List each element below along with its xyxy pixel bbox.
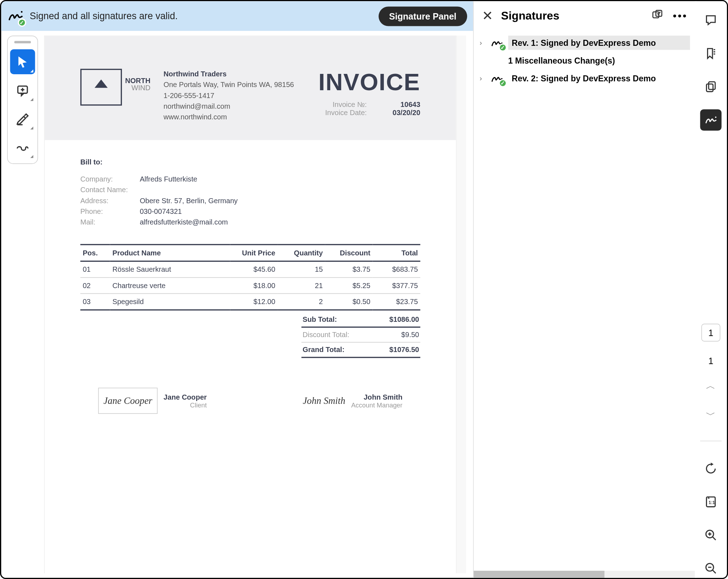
select-tool-button[interactable] — [10, 49, 35, 74]
toolbar-drag-handle[interactable] — [14, 41, 31, 43]
signature-change-item[interactable]: 1 Miscellaneous Change(s) — [506, 52, 691, 69]
bill-to-grid: Company:Alfreds Futterkiste Contact Name… — [80, 175, 420, 226]
page-current-input[interactable]: 1 — [701, 324, 721, 341]
more-icon[interactable]: ••• — [673, 10, 688, 22]
signature-revision-item[interactable]: › Rev. 1: Signed by DevExpress Demo — [478, 33, 691, 53]
tool-toolbar — [7, 36, 38, 164]
line-items-table: Pos. Product Name Unit Price Quantity Di… — [80, 244, 420, 310]
highlight-tool-button[interactable] — [10, 106, 35, 131]
table-row: 01Rössle Sauerkraut $45.6015 $3.75$683.7… — [80, 261, 420, 278]
document-viewport[interactable]: NORTH WIND Northwind Traders One Portals… — [44, 36, 466, 573]
table-row: 03Spegesild $12.002 $0.50$23.75 — [80, 294, 420, 310]
right-rail: 1 1 ︿ ﹀ 1:1 — [695, 1, 727, 579]
signature-panel-button[interactable]: Signature Panel — [378, 6, 467, 26]
document-page: NORTH WIND Northwind Traders One Portals… — [44, 36, 456, 573]
chevron-right-icon[interactable]: › — [480, 74, 486, 82]
signature-valid-icon — [489, 36, 504, 49]
signature-banner: Signed and all signatures are valid. Sig… — [1, 1, 473, 31]
validate-all-icon[interactable] — [652, 9, 663, 23]
signatures-panel-title: Signatures — [501, 10, 643, 23]
comments-icon[interactable] — [700, 10, 722, 31]
totals-block: Sub Total:$1086.00 Discount Total:$9.50 … — [301, 312, 420, 358]
draw-tool-button[interactable] — [10, 135, 35, 160]
svg-point-12 — [715, 117, 717, 118]
svg-point-0 — [21, 11, 23, 13]
company-logo-text: NORTH WIND — [125, 77, 150, 91]
signature-revision-item[interactable]: › Rev. 2: Signed by DevExpress Demo — [478, 69, 691, 88]
note-tool-button[interactable] — [10, 78, 35, 103]
svg-line-16 — [712, 537, 716, 540]
signatures-icon[interactable] — [700, 109, 722, 131]
bill-to-label: Bill to: — [80, 158, 420, 166]
company-logo — [80, 69, 122, 106]
invoice-title: INVOICE — [318, 69, 420, 96]
chevron-right-icon[interactable]: › — [480, 39, 486, 47]
signature-banner-text: Signed and all signatures are valid. — [30, 11, 373, 21]
table-row: 02Chartreuse verte $18.0021 $5.25$377.75 — [80, 278, 420, 294]
actual-size-icon[interactable]: 1:1 — [700, 491, 722, 513]
rotate-icon[interactable] — [700, 458, 722, 479]
company-info: Northwind Traders One Portals Way, Twin … — [164, 69, 294, 122]
close-icon[interactable]: ✕ — [482, 8, 493, 23]
signature-valid-icon — [7, 8, 24, 25]
invoice-meta: Invoice №:10643 Invoice Date:03/20/20 — [318, 101, 420, 117]
client-signature: Jane Cooper Jane Cooper Client — [98, 388, 207, 414]
signature-valid-icon — [489, 72, 504, 85]
page-down-icon[interactable]: ﹀ — [704, 407, 718, 424]
zoom-out-icon[interactable] — [700, 558, 722, 579]
svg-line-20 — [712, 570, 716, 573]
panel-horizontal-scrollbar[interactable] — [474, 571, 696, 579]
svg-rect-10 — [706, 84, 713, 91]
zoom-in-icon[interactable] — [700, 524, 722, 546]
manager-signature: John Smith John Smith Account Manager — [303, 388, 402, 414]
page-up-icon[interactable]: ︿ — [704, 378, 718, 395]
copy-icon[interactable] — [700, 76, 722, 97]
bookmarks-icon[interactable] — [700, 43, 722, 64]
page-total-label: 1 — [708, 356, 713, 366]
svg-text:1:1: 1:1 — [709, 500, 715, 505]
signatures-panel: ✕ Signatures ••• › Rev. 1: Signed by Dev… — [473, 1, 697, 579]
svg-rect-11 — [709, 82, 715, 89]
